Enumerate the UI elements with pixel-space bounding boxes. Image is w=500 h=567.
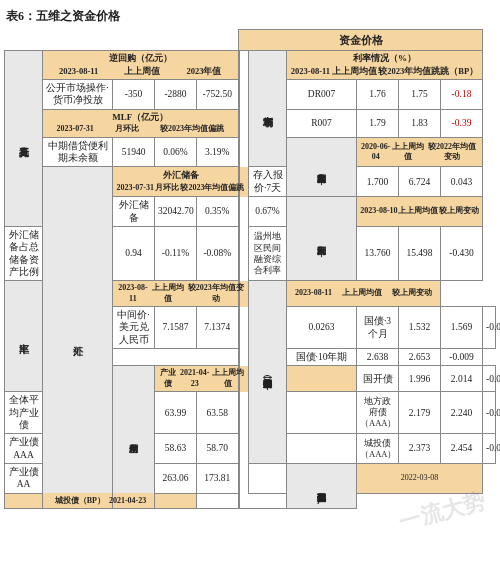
r007-label: R007 [287, 109, 357, 137]
mlf-header: MLF（亿元） 2023-07-31月环比较2023年均值偏跳 [43, 109, 239, 137]
local-gov-v1: 2.179 [399, 392, 441, 434]
interbank-deposit-header: 2020-06-04上上周均值较2022年均值变动 [357, 137, 483, 167]
industry-avg-v1: 63.99 [155, 392, 197, 434]
industry-aaa-v3 [287, 434, 357, 464]
industry-aaa-v2: 58.70 [197, 434, 239, 464]
footer-area: 一流大势 [4, 509, 496, 529]
industry-avg-v3 [287, 392, 357, 434]
section-label-credit-spread: 信用利差 [113, 366, 155, 509]
exchange-rate-header: 2023-08-11上上周均值较2023年均值变动 [113, 281, 249, 307]
cdb-v1: 1.996 [399, 366, 441, 392]
chengtou-label: 城投债（AAA） [357, 434, 399, 464]
fx-v1: 32042.70 [155, 197, 197, 227]
chengtou-bp-header: 城投债（BP） 2021-04-23 [5, 493, 197, 508]
wenzhou-v1: 13.760 [357, 226, 399, 280]
mlf-v1: 51940 [113, 137, 155, 167]
deposit-7d-v1: 1.700 [357, 167, 399, 197]
wenzhou-v2: 15.498 [399, 226, 441, 280]
industry-aa-v2: 173.81 [197, 463, 239, 493]
usdcny-v2: 7.1374 [197, 307, 239, 349]
section-label-foreign-exchange: 外汇 [43, 167, 113, 508]
section-label-central-bank: 央行工具 [5, 51, 43, 227]
deposit-7d-label: 存入报价·7天 [249, 167, 287, 197]
usdcny-v3: 0.0263 [287, 307, 357, 349]
fx-reserve-header: 外汇储备 2023-07-31月环比较2023年均值偏跳 [113, 167, 249, 197]
deposit-7d-v2: 6.724 [399, 167, 441, 197]
fx-ratio-v1: 0.94 [113, 226, 155, 280]
wenzhou-v3: -0.430 [441, 226, 483, 280]
fx-ratio-v3: -0.08% [197, 226, 239, 280]
local-gov-v3: -0.055 [483, 392, 496, 434]
section-label-wealth-mgmt: 理财产品预期年化 [287, 463, 357, 508]
cdb-v2: 2.014 [441, 366, 483, 392]
open-market-v3: -752.50 [197, 80, 239, 110]
dr007-label: DR007 [287, 80, 357, 110]
section-label-bond-yield: 债券到期收益率（一年期） [249, 281, 287, 464]
dr007-v3: -0.18 [441, 80, 483, 110]
industry-aaa-v1: 58.63 [155, 434, 197, 464]
gov10y-label: 国债·10年期 [287, 349, 357, 366]
gov3m-v3: -0.015 [483, 307, 496, 349]
rate-header: 利率情况（%） 2023-08-11上上周均值较2023年均值跳跳（BP） [287, 51, 483, 80]
mlf-v3: 3.19% [197, 137, 239, 167]
title: 表6：五维之资金价格 [4, 4, 496, 29]
fx-ratio-label: 外汇储备占总储备资产比例 [5, 226, 43, 280]
section-label-interbank-deposit: 同业存款利率 [287, 137, 357, 196]
fx-v2: 0.35% [197, 197, 239, 227]
mlf-balance-label: 中期借贷便利期未余额 [43, 137, 113, 167]
reverse-repo-header: 逆回购（亿元） 2023-08-11上上周值2023年值 [43, 51, 239, 80]
open-market-ops: 公开市场操作·货币净投放 [43, 80, 113, 110]
gov10y-v1: 2.638 [357, 349, 399, 366]
page-wrapper: 表6：五维之资金价格 资金价格 央行工具 [0, 0, 500, 533]
divider [239, 51, 249, 509]
wealth-mgmt-header: 2022-03-08 [357, 463, 483, 493]
chengtou-v1: 2.373 [399, 434, 441, 464]
section-label-folk-rate: 民间利率 [287, 197, 357, 281]
fx-ratio-v2: -0.11% [155, 226, 197, 280]
local-gov-label: 地方政府债（AAA） [357, 392, 399, 434]
section-label-market-rate: 市场利率 [249, 51, 287, 167]
industry-aa-v1: 263.06 [155, 463, 197, 493]
r007-v2: 1.83 [399, 109, 441, 137]
gov3m-label: 国债·3个月 [357, 307, 399, 349]
cdb-label: 国开债 [357, 366, 399, 392]
open-market-v2: -2880 [155, 80, 197, 110]
gov10y-v3: -0.009 [441, 349, 483, 366]
industry-aa-label: 产业债AA [5, 463, 43, 493]
usdcny-label: 中间价·美元兑人民币 [113, 307, 155, 349]
rate-spacer [113, 349, 249, 366]
industry-aa-v3 [249, 463, 287, 493]
industry-avg-v2: 63.58 [197, 392, 239, 434]
mlf-v2: 0.06% [155, 137, 197, 167]
local-gov-v2: 2.240 [441, 392, 483, 434]
fx-reserve-label: 外汇储备 [113, 197, 155, 227]
wenzhou-label: 温州地区民间融资综合利率 [249, 226, 287, 280]
open-market-v1: -350 [113, 80, 155, 110]
cdb-v3: -0.010 [483, 366, 496, 392]
section-label-exchange-rate: 汇率 [5, 281, 43, 392]
r007-v3: -0.39 [441, 109, 483, 137]
chengtou-v3: -0.056 [483, 434, 496, 464]
usdcny-v1: 7.1587 [155, 307, 197, 349]
credit-extra-col [287, 366, 357, 392]
bond-yield-header: 2023-08-11上上周均值较上周变动 [287, 281, 441, 307]
dr007-v2: 1.75 [399, 80, 441, 110]
dr007-v1: 1.76 [357, 80, 399, 110]
gov3m-v1: 1.532 [399, 307, 441, 349]
industry-aaa-label: 产业债AAA [5, 434, 43, 464]
wealth-mgmt-data [197, 493, 287, 508]
folk-rate-header: 2023-08-10上上周均值较上周变动 [357, 197, 483, 227]
industry-avg-label: 全体平均产业债 [5, 392, 43, 434]
right-section-header: 资金价格 [239, 30, 483, 51]
r007-v1: 1.79 [357, 109, 399, 137]
deposit-7d-v3: 0.043 [441, 167, 483, 197]
fx-v3: 0.67% [249, 197, 287, 227]
gov10y-v2: 2.653 [399, 349, 441, 366]
credit-spread-header: 产业债2021-04-23上上周均值 [155, 366, 249, 392]
chengtou-v2: 2.454 [441, 434, 483, 464]
gov3m-v2: 1.569 [441, 307, 483, 349]
